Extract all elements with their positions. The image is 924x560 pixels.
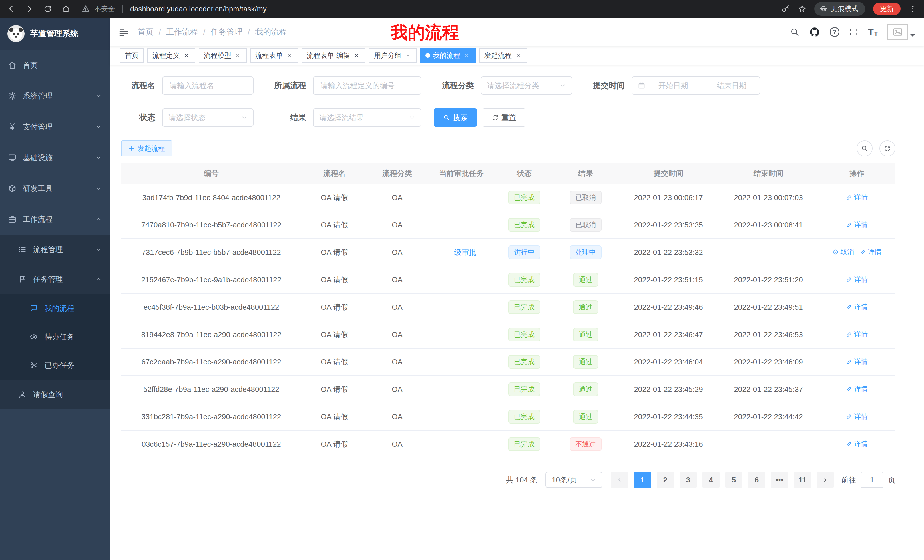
- detail-link[interactable]: 详情: [846, 439, 868, 448]
- close-icon[interactable]: [285, 52, 293, 59]
- security-label[interactable]: 不安全: [94, 4, 115, 13]
- sidebar-item-process-management[interactable]: 流程管理: [0, 235, 110, 264]
- address-bar[interactable]: 不安全 dashboard.yudao.iocoder.cn/bpm/task/…: [82, 4, 774, 13]
- cancel-link[interactable]: 取消: [832, 247, 854, 257]
- end-time-cell: 2022-01-22 23:45:37: [718, 376, 818, 403]
- fullscreen-icon[interactable]: [849, 27, 858, 36]
- sidebar-item-leave-query[interactable]: 请假查询: [0, 380, 110, 409]
- status-cell: 已完成: [496, 321, 553, 348]
- browser-forward-button[interactable]: [25, 4, 34, 13]
- page-button-5[interactable]: 5: [725, 472, 742, 488]
- sidebar-item-dev-tools[interactable]: 研发工具: [0, 173, 110, 204]
- breadcrumb-item-task-management[interactable]: 任务管理: [211, 27, 243, 37]
- category-select[interactable]: 请选择流程分类: [481, 76, 572, 95]
- sidebar-item-workflow[interactable]: 工作流程: [0, 204, 110, 235]
- refresh-table-button[interactable]: [879, 141, 896, 156]
- tab-process-form-edit[interactable]: 流程表单-编辑: [302, 48, 366, 63]
- url-text[interactable]: dashboard.yudao.iocoder.cn/bpm/task/my: [130, 5, 267, 13]
- status-badge: 已完成: [508, 382, 540, 396]
- date-range-picker[interactable]: 开始日期 - 结束日期: [632, 76, 760, 95]
- close-icon[interactable]: [463, 52, 471, 59]
- end-date-placeholder[interactable]: 结束日期: [709, 81, 754, 91]
- help-icon[interactable]: [830, 27, 840, 37]
- page-button-6[interactable]: 6: [748, 472, 765, 488]
- process-table: 编号 流程名 流程分类 当前审批任务 状态 结果 提交时间 结束时间 操作: [121, 163, 896, 458]
- browser-back-button[interactable]: [7, 4, 15, 13]
- sidebar-item-home[interactable]: 首页: [0, 49, 110, 81]
- page-button-3[interactable]: 3: [680, 472, 697, 488]
- browser-window: 不安全 dashboard.yudao.iocoder.cn/bpm/task/…: [0, 0, 924, 560]
- start-process-button[interactable]: 发起流程: [121, 141, 172, 156]
- tab-process-definition[interactable]: 流程定义: [147, 48, 195, 63]
- tab-process-form[interactable]: 流程表单: [250, 48, 298, 63]
- breadcrumb-item-home[interactable]: 首页: [138, 27, 154, 37]
- date-separator: -: [701, 81, 704, 90]
- sidebar-item-done-tasks[interactable]: 已办任务: [0, 351, 110, 380]
- result-select[interactable]: 请选择流结果: [313, 108, 422, 127]
- page-button-1[interactable]: 1: [634, 472, 651, 488]
- process-definition-input[interactable]: [313, 76, 422, 95]
- tab-my-process[interactable]: 我的流程: [420, 48, 476, 63]
- column-header-actions: 操作: [818, 163, 896, 184]
- reset-button[interactable]: 重置: [483, 108, 525, 127]
- toggle-search-button[interactable]: [856, 141, 873, 156]
- page-size-select[interactable]: 10条/页: [545, 472, 603, 488]
- tab-label: 流程表单: [255, 51, 283, 60]
- chrome-update-button[interactable]: 更新: [873, 3, 901, 15]
- goto-page-input[interactable]: [861, 472, 884, 488]
- actions-cell: 详情: [818, 211, 896, 239]
- breadcrumb-item-workflow[interactable]: 工作流程: [166, 27, 198, 37]
- sidebar-item-my-process[interactable]: 我的流程: [0, 294, 110, 322]
- close-icon[interactable]: [353, 52, 360, 59]
- font-size-icon[interactable]: [868, 27, 878, 36]
- user-avatar[interactable]: [888, 24, 915, 40]
- close-icon[interactable]: [234, 52, 242, 59]
- detail-link[interactable]: 详情: [846, 302, 868, 311]
- chrome-menu-icon[interactable]: [909, 4, 917, 13]
- page-button-11[interactable]: 11: [794, 472, 811, 488]
- tab-user-group[interactable]: 用户分组: [369, 48, 417, 63]
- browser-actions: 无痕模式 更新: [781, 2, 917, 16]
- detail-link[interactable]: 详情: [860, 247, 882, 257]
- close-icon[interactable]: [514, 52, 522, 59]
- header-search-icon[interactable]: [790, 27, 800, 37]
- incognito-profile-chip[interactable]: 无痕模式: [814, 2, 865, 16]
- browser-reload-button[interactable]: [44, 4, 52, 13]
- sidebar-item-todo-tasks[interactable]: 待办任务: [0, 322, 110, 351]
- detail-link[interactable]: 详情: [846, 329, 868, 339]
- start-date-placeholder[interactable]: 开始日期: [651, 81, 696, 91]
- tab-start-process[interactable]: 发起流程: [479, 48, 527, 63]
- app-logo[interactable]: 芋道管理系统: [0, 18, 110, 49]
- next-page-button[interactable]: [817, 472, 834, 488]
- detail-link[interactable]: 详情: [846, 385, 868, 394]
- close-icon[interactable]: [183, 52, 190, 59]
- sidebar-item-task-management[interactable]: 任务管理: [0, 264, 110, 294]
- page-ellipsis[interactable]: •••: [771, 472, 788, 488]
- page-button-2[interactable]: 2: [657, 472, 674, 488]
- hamburger-icon[interactable]: [119, 27, 129, 37]
- github-icon[interactable]: [809, 27, 820, 37]
- detail-link-label: 详情: [854, 385, 868, 394]
- status-select[interactable]: 请选择状态: [162, 108, 254, 127]
- current-task-cell: [427, 376, 496, 403]
- tab-home[interactable]: 首页: [120, 48, 144, 63]
- detail-link[interactable]: 详情: [846, 275, 868, 284]
- detail-link[interactable]: 详情: [846, 412, 868, 421]
- security-warning-icon[interactable]: [82, 5, 90, 13]
- sidebar-item-system-management[interactable]: 系统管理: [0, 81, 110, 111]
- tab-process-model[interactable]: 流程模型: [199, 48, 247, 63]
- browser-home-button[interactable]: [62, 4, 70, 13]
- detail-link[interactable]: 详情: [846, 220, 868, 229]
- sidebar-item-infrastructure[interactable]: 基础设施: [0, 142, 110, 173]
- password-key-icon[interactable]: [781, 4, 790, 13]
- sidebar-item-payment-management[interactable]: 支付管理: [0, 111, 110, 142]
- detail-link[interactable]: 详情: [846, 193, 868, 202]
- current-task-link[interactable]: 一级审批: [447, 248, 476, 257]
- bookmark-star-icon[interactable]: [798, 4, 806, 13]
- search-button[interactable]: 搜索: [434, 108, 477, 127]
- page-button-4[interactable]: 4: [702, 472, 720, 488]
- process-name-input[interactable]: [162, 76, 254, 95]
- prev-page-button[interactable]: [611, 472, 628, 488]
- close-icon[interactable]: [404, 52, 412, 59]
- detail-link[interactable]: 详情: [846, 357, 868, 366]
